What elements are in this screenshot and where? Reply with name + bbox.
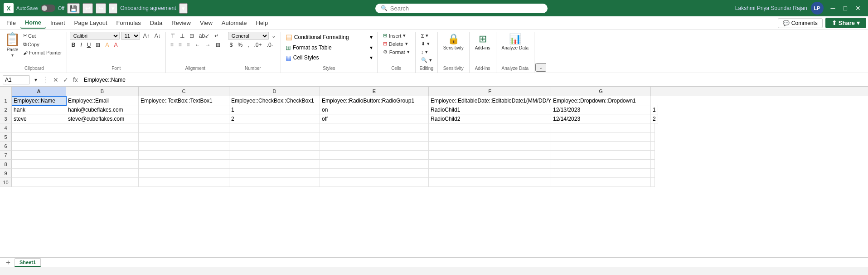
cell-A1[interactable]: Employee::Name <box>12 96 66 105</box>
cell-F10[interactable] <box>429 178 551 187</box>
cell-F8[interactable] <box>429 160 551 169</box>
cell-C2[interactable] <box>139 105 229 114</box>
save-button[interactable]: 💾 <box>67 3 80 14</box>
font-name-select[interactable]: Calibri <box>70 32 120 40</box>
cell-E1[interactable]: Employee::RadioButton::RadioGroup1 <box>320 96 429 105</box>
increase-font-button[interactable]: A↑ <box>141 32 151 40</box>
indent-decrease-button[interactable]: ← <box>193 41 202 49</box>
col-header-d[interactable]: D <box>229 87 320 96</box>
comments-button[interactable]: 💬 Comments <box>778 18 823 28</box>
cell-A10[interactable] <box>12 178 66 187</box>
maximize-button[interactable]: □ <box>840 4 851 13</box>
cell-F7[interactable] <box>429 151 551 160</box>
cell-A7[interactable] <box>12 151 66 160</box>
cell-B10[interactable] <box>66 178 139 187</box>
underline-button[interactable]: U <box>85 41 93 49</box>
number-format-select[interactable]: General <box>228 32 269 40</box>
autosum-dropdown[interactable]: ▾ <box>426 33 428 39</box>
cell-G10[interactable] <box>551 178 651 187</box>
cell-G3[interactable]: 12/14/2023 <box>551 114 651 123</box>
minimize-button[interactable]: ─ <box>827 4 839 13</box>
cell-G4[interactable] <box>551 123 651 133</box>
align-center-button[interactable]: ≡ <box>177 41 184 49</box>
cell-D8[interactable] <box>229 160 320 169</box>
cell-E2[interactable]: on <box>320 105 429 114</box>
cell-G8[interactable] <box>551 160 651 169</box>
menu-data[interactable]: Data <box>145 18 167 28</box>
menu-view[interactable]: View <box>195 18 217 28</box>
cell-reference-input[interactable] <box>3 75 30 84</box>
col-header-a[interactable]: A <box>12 87 66 96</box>
cancel-formula-icon[interactable]: ✕ <box>52 76 60 84</box>
cell-C1[interactable]: Employee::TextBox::TextBox1 <box>139 96 229 105</box>
cell-H10[interactable] <box>651 178 655 187</box>
menu-file[interactable]: File <box>2 18 20 28</box>
col-header-e[interactable]: E <box>320 87 429 96</box>
cell-E10[interactable] <box>320 178 429 187</box>
share-button[interactable]: ⬆ Share ▾ <box>825 18 866 28</box>
align-bottom-button[interactable]: ⊟ <box>188 32 196 40</box>
formula-input[interactable] <box>82 76 865 84</box>
cell-B7[interactable] <box>66 151 139 160</box>
cell-B8[interactable] <box>66 160 139 169</box>
row-header-6[interactable]: 6 <box>0 142 12 151</box>
format-painter-button[interactable]: 🖌 Format Painter <box>21 49 64 56</box>
row-header-4[interactable]: 4 <box>0 123 12 133</box>
cell-A6[interactable] <box>12 142 66 151</box>
insert-cells-button[interactable]: ⊞ Insert ▾ <box>380 32 412 39</box>
cell-H3[interactable]: 2 <box>651 114 658 123</box>
cell-H7[interactable] <box>651 151 655 160</box>
indent-increase-button[interactable]: → <box>204 41 213 49</box>
file-name-dropdown[interactable]: ▾ <box>179 3 188 14</box>
ribbon-collapse-button[interactable]: ⌄ <box>535 63 546 72</box>
row-header-9[interactable]: 9 <box>0 169 12 178</box>
cell-E3[interactable]: off <box>320 114 429 123</box>
font-size-select[interactable]: 11 <box>121 32 140 40</box>
cell-C10[interactable] <box>139 178 229 187</box>
row-header-2[interactable]: 2 <box>0 105 12 114</box>
cell-A3[interactable]: steve <box>12 114 66 123</box>
cell-C6[interactable] <box>139 142 229 151</box>
align-top-button[interactable]: ⊤ <box>169 32 177 40</box>
search-input[interactable] <box>390 5 535 12</box>
italic-button[interactable]: I <box>78 41 83 49</box>
cell-G7[interactable] <box>551 151 651 160</box>
decrease-font-button[interactable]: A↓ <box>153 32 163 40</box>
text-orient-button[interactable]: ab↙ <box>197 32 211 40</box>
sheet-tab-sheet1[interactable]: Sheet1 <box>15 258 41 267</box>
format-as-table-dropdown[interactable]: ▾ <box>370 44 373 51</box>
format-cells-button[interactable]: ⚙ Format ▾ <box>380 48 412 56</box>
fill-button[interactable]: ⬇ ▾ <box>418 40 435 48</box>
col-header-c[interactable]: C <box>139 87 229 96</box>
cell-D1[interactable]: Employee::CheckBox::CheckBox1 <box>229 96 320 105</box>
autosave-toggle[interactable] <box>41 5 55 12</box>
cell-C5[interactable] <box>139 133 229 142</box>
menu-insert[interactable]: Insert <box>46 18 70 28</box>
addins-button[interactable]: ⊞ Add-ins <box>472 32 493 52</box>
copy-button[interactable]: ⧉ Copy <box>21 40 64 48</box>
cell-G2[interactable]: 12/13/2023 <box>551 105 651 114</box>
sensitivity-button[interactable]: 🔒 Sensitivity <box>441 32 466 52</box>
align-middle-button[interactable]: ⊥ <box>178 32 186 40</box>
insert-dropdown-icon[interactable]: ▾ <box>403 33 406 39</box>
row-header-3[interactable]: 3 <box>0 114 12 123</box>
cell-styles-button[interactable]: ▦ Cell Styles ▾ <box>284 53 374 62</box>
cell-F5[interactable] <box>429 133 551 142</box>
undo-button[interactable]: ↩ <box>82 3 93 14</box>
confirm-formula-icon[interactable]: ✓ <box>62 76 70 84</box>
cell-D6[interactable] <box>229 142 320 151</box>
autosum-button[interactable]: Σ ▾ <box>418 32 435 39</box>
cell-H2[interactable]: 1 <box>651 105 658 114</box>
cell-F1[interactable]: Employee::EditableDate::EditableDate1(MM… <box>429 96 551 105</box>
align-left-button[interactable]: ≡ <box>169 41 175 49</box>
cell-D9[interactable] <box>229 169 320 178</box>
menu-home[interactable]: Home <box>20 17 46 29</box>
cell-G9[interactable] <box>551 169 651 178</box>
cell-C4[interactable] <box>139 123 229 133</box>
quick-access-more[interactable]: ▾ <box>109 3 117 14</box>
cell-D3[interactable]: 2 <box>229 114 320 123</box>
cell-F4[interactable] <box>429 123 551 133</box>
cell-G1[interactable]: Employee::Dropdown::Dropdown1 <box>551 96 651 105</box>
cell-D10[interactable] <box>229 178 320 187</box>
cell-B4[interactable] <box>66 123 139 133</box>
